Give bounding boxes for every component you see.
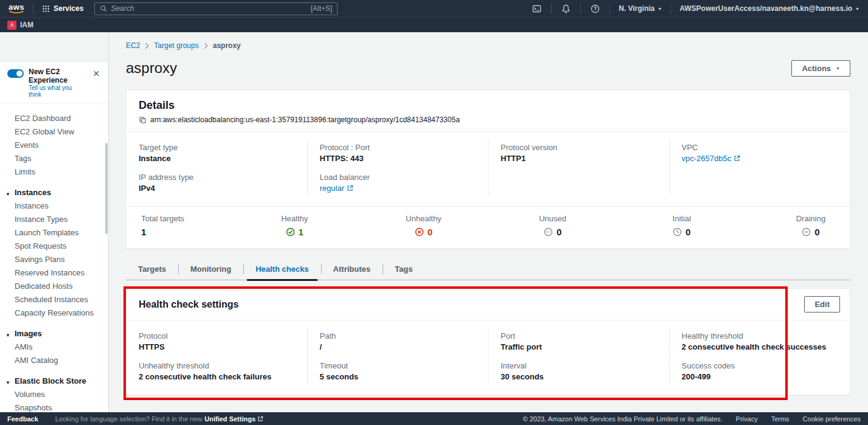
- health-check-column-3: Port Traffic port Interval 30 seconds: [488, 328, 669, 385]
- close-icon[interactable]: ✕: [90, 67, 102, 80]
- sidebar-item-events[interactable]: Events: [0, 139, 108, 152]
- sidebar-item-instance-types[interactable]: Instance Types: [0, 213, 108, 226]
- sidebar-item-ec2-dashboard[interactable]: EC2 Dashboard: [0, 112, 108, 125]
- status-unhealthy: Unhealthy 0: [399, 214, 448, 238]
- account-menu[interactable]: AWSPowerUserAccess/navaneeth.kn@harness.…: [677, 4, 862, 13]
- favorite-iam-label: IAM: [20, 21, 33, 29]
- field-value: HTTP1: [501, 154, 657, 163]
- favorite-iam[interactable]: IAM: [7, 21, 33, 30]
- health-check-header: Health check settings Edit: [127, 289, 850, 320]
- health-check-field-grid: Protocol HTTPS Unhealthy threshold 2 con…: [127, 320, 850, 395]
- breadcrumb-ec2[interactable]: EC2: [126, 41, 140, 50]
- sidebar-item-instances[interactable]: Instances: [0, 199, 108, 213]
- footer: Feedback Looking for language selection?…: [0, 412, 868, 425]
- field-value: 30 seconds: [501, 372, 657, 381]
- sidebar-item-capacity-reservations[interactable]: Capacity Reservations: [0, 306, 108, 320]
- health-check-column-4: Healthy threshold 2 consecutive health c…: [669, 328, 850, 385]
- chevron-down-icon: ▼: [5, 379, 10, 387]
- tab-targets[interactable]: Targets: [126, 258, 178, 280]
- search-input[interactable]: [111, 4, 307, 13]
- sidebar-scrollbar[interactable]: [105, 143, 108, 234]
- tell-us-link[interactable]: Tell us what you think: [29, 85, 85, 98]
- vpc-link[interactable]: vpc-2657db5c: [682, 154, 741, 163]
- tab-health-checks[interactable]: Health checks: [243, 258, 321, 280]
- help-button[interactable]: ?: [587, 4, 603, 13]
- field-label: Port: [501, 331, 657, 340]
- bell-icon: [561, 4, 571, 13]
- chevron-right-icon: [145, 43, 149, 49]
- field-label: Load balancer: [320, 173, 476, 182]
- unified-settings-link[interactable]: Unified Settings: [204, 415, 263, 423]
- health-check-column-1: Protocol HTTPS Unhealthy threshold 2 con…: [127, 328, 307, 385]
- nav-divider: [33, 3, 33, 14]
- copyright-text: © 2023, Amazon Web Services India Privat…: [523, 415, 723, 423]
- terminal-icon: [532, 4, 541, 13]
- sidebar-section-instances[interactable]: ▼Instances: [0, 186, 108, 199]
- edit-button[interactable]: Edit: [804, 296, 840, 313]
- favorites-bar: IAM: [0, 17, 868, 32]
- sidebar-section-elastic-block-store[interactable]: ▼Elastic Block Store: [0, 375, 108, 388]
- nav-divider: [580, 3, 581, 14]
- field-value: IPv4: [139, 184, 295, 193]
- field-value: Instance: [139, 154, 295, 163]
- global-search[interactable]: [Alt+S]: [94, 2, 338, 15]
- iam-service-icon: [7, 21, 16, 30]
- tab-attributes[interactable]: Attributes: [321, 258, 383, 280]
- sidebar-item-snapshots[interactable]: Snapshots: [0, 401, 108, 412]
- search-shortcut-hint: [Alt+S]: [311, 4, 333, 13]
- sidebar-item-launch-templates[interactable]: Launch Templates: [0, 226, 108, 240]
- sidebar-item-ami-catalog[interactable]: AMI Catalog: [0, 354, 108, 367]
- sidebar-top-strip: [0, 32, 108, 63]
- terms-link[interactable]: Terms: [771, 415, 790, 423]
- breadcrumb-target-groups[interactable]: Target groups: [154, 41, 198, 50]
- sidebar-nav: EC2 Dashboard EC2 Global View Events Tag…: [0, 103, 108, 412]
- page-header: asproxy Actions ▼: [126, 60, 850, 77]
- new-experience-text: New EC2 Experience Tell us what you thin…: [29, 67, 85, 98]
- services-menu-button[interactable]: Services: [40, 4, 86, 13]
- svg-text:?: ?: [594, 5, 597, 12]
- breadcrumb-current: asproxy: [213, 41, 241, 50]
- tab-monitoring[interactable]: Monitoring: [178, 258, 243, 280]
- health-check-card: Health check settings Edit Protocol HTTP…: [126, 288, 850, 395]
- privacy-link[interactable]: Privacy: [736, 415, 758, 423]
- sidebar-section-images[interactable]: ▼Images: [0, 327, 108, 340]
- sidebar-item-scheduled-instances[interactable]: Scheduled Instances: [0, 293, 108, 306]
- nav-divider: [670, 3, 671, 14]
- sidebar-item-limits[interactable]: Limits: [0, 165, 108, 179]
- minus-circle-icon: [802, 227, 811, 237]
- field-value: Traffic port: [501, 342, 657, 351]
- field-label: Protocol: [139, 331, 295, 340]
- tab-tags[interactable]: Tags: [383, 258, 425, 280]
- copy-icon[interactable]: [139, 116, 147, 124]
- region-selector[interactable]: N. Virginia ▼: [616, 4, 664, 13]
- sidebar-item-amis[interactable]: AMIs: [0, 340, 108, 354]
- load-balancer-link[interactable]: regular: [320, 184, 353, 193]
- field-label: VPC: [682, 143, 838, 152]
- field-value: 2 consecutive health check successes: [682, 342, 838, 351]
- health-check-heading: Health check settings: [139, 299, 239, 310]
- services-label: Services: [54, 4, 83, 13]
- field-value: /: [320, 342, 476, 351]
- sidebar-item-dedicated-hosts[interactable]: Dedicated Hosts: [0, 280, 108, 293]
- sidebar-item-volumes[interactable]: Volumes: [0, 388, 108, 401]
- breadcrumb: EC2 Target groups asproxy: [126, 32, 850, 50]
- caret-down-icon: ▼: [836, 66, 840, 71]
- sidebar-item-spot-requests[interactable]: Spot Requests: [0, 240, 108, 253]
- field-label: Path: [320, 331, 476, 340]
- actions-button[interactable]: Actions ▼: [791, 60, 850, 77]
- feedback-link[interactable]: Feedback: [7, 415, 38, 423]
- sidebar-item-tags[interactable]: Tags: [0, 152, 108, 165]
- main-content: EC2 Target groups asproxy asproxy Action…: [109, 32, 868, 412]
- sidebar-item-ec2-global-view[interactable]: EC2 Global View: [0, 125, 108, 139]
- cloudshell-button[interactable]: [529, 4, 545, 13]
- cookie-preferences-link[interactable]: Cookie preferences: [803, 415, 861, 423]
- notifications-button[interactable]: [558, 4, 574, 13]
- new-experience-toggle[interactable]: [7, 69, 24, 78]
- sidebar-item-reserved-instances[interactable]: Reserved Instances: [0, 266, 108, 280]
- external-link-icon: [734, 155, 740, 162]
- ellipsis-circle-icon: [544, 227, 553, 237]
- page-title: asproxy: [126, 60, 177, 77]
- sidebar-item-savings-plans[interactable]: Savings Plans: [0, 253, 108, 266]
- aws-logo[interactable]: aws: [6, 4, 27, 14]
- clock-icon: [673, 227, 682, 237]
